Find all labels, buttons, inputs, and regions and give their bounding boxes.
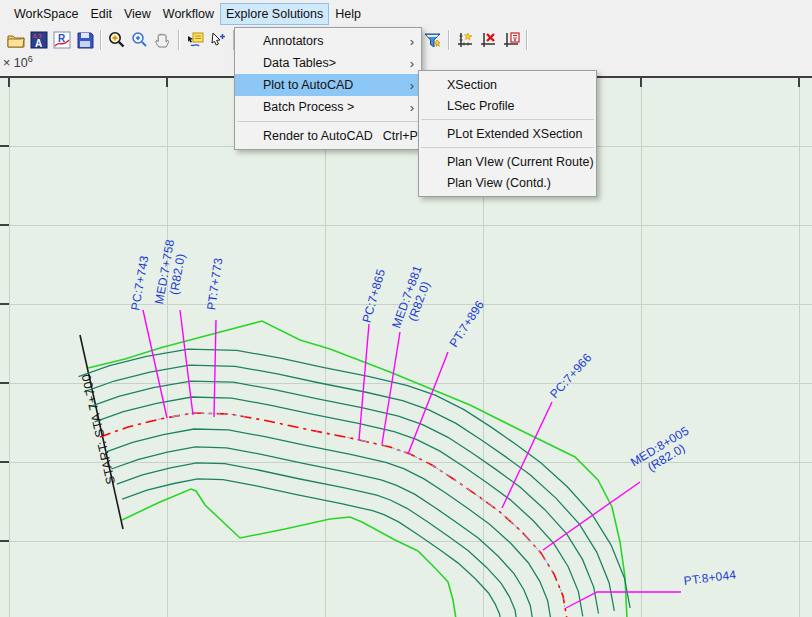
axis-tick: [640, 78, 642, 87]
menu-separator: [421, 119, 594, 120]
leader-line: [382, 332, 400, 444]
lane-line: [111, 447, 533, 617]
axis-tick: [8, 78, 10, 87]
leader-line: [143, 310, 167, 418]
axis-delete-point-icon[interactable]: [476, 28, 499, 51]
pan-hand-icon[interactable]: [151, 28, 174, 51]
menu-item-plot-to-autocad[interactable]: Plot to AutoCAD ›: [235, 74, 421, 96]
axis-frame-point-icon[interactable]: [499, 28, 522, 51]
shortcut-label: Ctrl+P: [373, 129, 418, 143]
toolbar-right: [421, 27, 531, 52]
axis-tick: [166, 78, 168, 87]
toolbar-separator: [526, 30, 527, 50]
annotation-text-icon[interactable]: 6,3A: [27, 28, 50, 51]
axis-tick: [798, 78, 800, 87]
lane-line: [79, 349, 631, 608]
explore-solutions-dropdown: Annotators › Data Tables> › Plot to Auto…: [234, 27, 422, 150]
lane-line: [95, 397, 583, 616]
axis-scale-label: × 106: [3, 54, 33, 70]
axis-new-point-icon[interactable]: [453, 28, 476, 51]
road-drawing: [0, 78, 812, 617]
lane-line: [122, 479, 502, 617]
menu-item-batch-process[interactable]: Batch Process > ›: [235, 96, 421, 118]
select-plus-icon[interactable]: [206, 28, 229, 51]
axis-tick: [0, 224, 9, 226]
submenu-arrow-icon: ›: [410, 78, 414, 93]
plot-to-autocad-submenu: XSection LSec Profile PLot Extended XSec…: [418, 70, 597, 197]
plot-canvas[interactable]: START: STA 7+700PC:7+743MED:7+758(R82.0)…: [0, 76, 812, 617]
menu-separator: [237, 121, 419, 122]
axis-tick: [0, 303, 9, 305]
menu-item-plot-extended-xsection[interactable]: PLot Extended XSection: [419, 123, 596, 144]
menu-workflow[interactable]: Workflow: [157, 3, 220, 25]
zoom-in-icon[interactable]: [105, 28, 128, 51]
svg-text:R: R: [58, 33, 66, 44]
lane-line: [89, 381, 598, 613]
menu-edit[interactable]: Edit: [84, 3, 118, 25]
leader-line: [566, 592, 681, 608]
menu-item-render-to-autocad[interactable]: Render to AutoCAD Ctrl+P: [235, 125, 421, 147]
menu-item-lsec-profile[interactable]: LSec Profile: [419, 95, 596, 116]
menu-view[interactable]: View: [118, 3, 157, 25]
axis-tick: [0, 540, 9, 542]
outer-edge-line: [88, 321, 627, 617]
toolbar-separator: [448, 30, 449, 50]
section-ticks: [158, 413, 565, 607]
leader-line: [408, 352, 448, 454]
toolbar-separator: [100, 30, 101, 50]
axis-tick: [0, 461, 9, 463]
submenu-arrow-icon: ›: [410, 100, 414, 115]
replot-curve-icon[interactable]: R: [50, 28, 73, 51]
menu-item-annotators[interactable]: Annotators ›: [235, 30, 421, 52]
annotate-note-icon[interactable]: [183, 28, 206, 51]
folder-open-icon[interactable]: [4, 28, 27, 51]
menu-item-plan-view-contd[interactable]: Plan View (Contd.): [419, 172, 596, 193]
submenu-arrow-icon: ›: [410, 34, 414, 49]
menu-item-plan-view-current-route[interactable]: Plan VIew (Current Route): [419, 151, 596, 172]
application-window: WorkSpace Edit View Workflow Explore Sol…: [0, 0, 812, 617]
save-icon[interactable]: [73, 28, 96, 51]
axis-tick: [0, 145, 9, 147]
menu-separator: [421, 147, 594, 148]
submenu-arrow-icon: ›: [410, 56, 414, 71]
menu-workspace[interactable]: WorkSpace: [8, 3, 84, 25]
leader-line: [359, 324, 369, 440]
menu-explore-solutions[interactable]: Explore Solutions: [220, 3, 329, 25]
toolbar-separator: [178, 30, 179, 50]
axis-tick: [0, 382, 9, 384]
menu-item-xsection[interactable]: XSection: [419, 74, 596, 95]
menu-bar: WorkSpace Edit View Workflow Explore Sol…: [0, 0, 812, 27]
road-centerline: [100, 413, 567, 617]
svg-text:A: A: [35, 38, 42, 49]
leader-line: [214, 320, 216, 417]
menu-help[interactable]: Help: [329, 3, 367, 25]
leader-line: [543, 482, 640, 550]
zoom-window-icon[interactable]: [128, 28, 151, 51]
menu-item-data-tables[interactable]: Data Tables> ›: [235, 52, 421, 74]
funnel-export-icon[interactable]: [421, 28, 444, 51]
lane-line: [117, 463, 518, 617]
leader-line: [502, 402, 552, 508]
